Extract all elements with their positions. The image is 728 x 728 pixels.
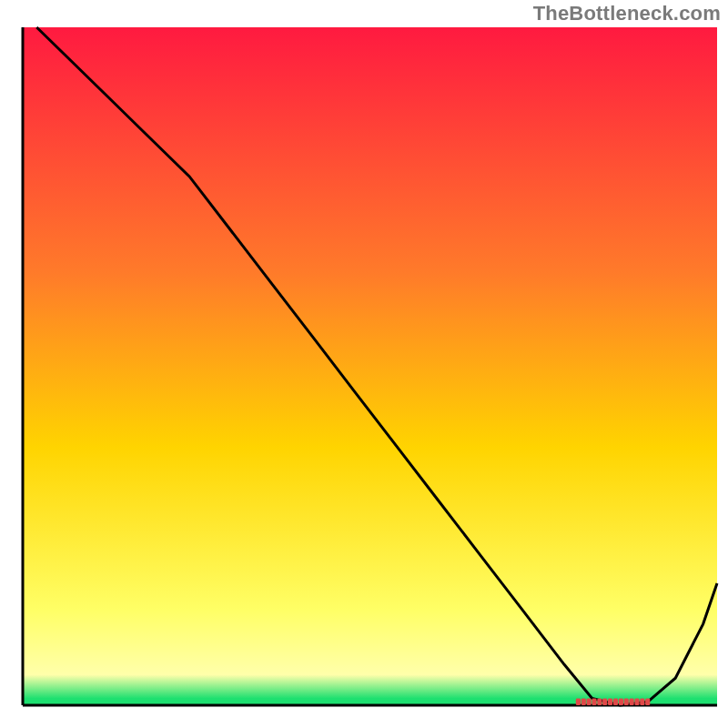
svg-rect-11 [634, 699, 639, 706]
svg-rect-1 [581, 699, 586, 706]
bottleneck-chart [0, 0, 728, 728]
chart-container: TheBottleneck.com [0, 0, 728, 728]
svg-rect-13 [645, 699, 650, 706]
svg-rect-4 [597, 699, 602, 706]
svg-rect-10 [630, 699, 634, 706]
svg-rect-0 [576, 699, 581, 706]
watermark-text: TheBottleneck.com [533, 2, 721, 25]
svg-rect-6 [608, 699, 612, 706]
svg-rect-2 [587, 699, 592, 706]
svg-rect-5 [602, 699, 607, 706]
plot-background [23, 27, 717, 705]
svg-rect-3 [592, 699, 596, 706]
svg-rect-7 [613, 699, 618, 706]
svg-rect-12 [640, 699, 644, 706]
svg-rect-8 [619, 699, 623, 706]
svg-rect-9 [624, 699, 629, 706]
